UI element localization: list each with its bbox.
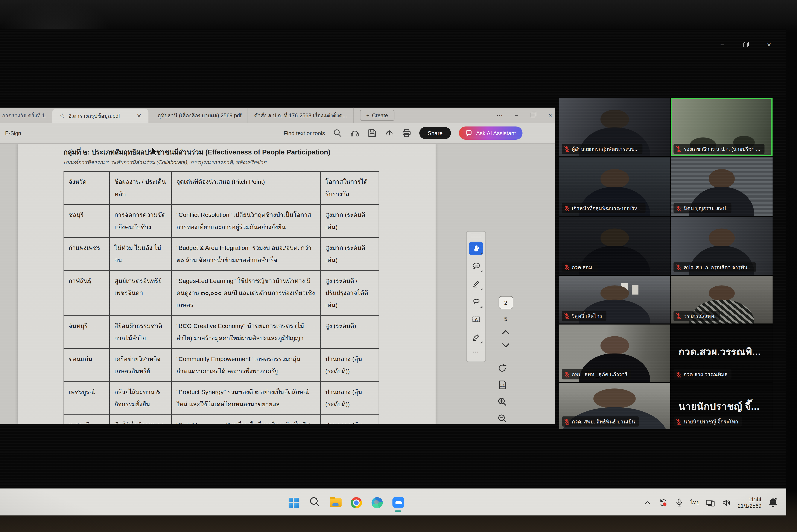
create-button[interactable]: + Create: [360, 110, 395, 121]
hand-pan-tool-button[interactable]: [469, 242, 483, 255]
sync-recording-icon[interactable]: [659, 498, 668, 507]
close-tab-icon[interactable]: ✕: [137, 112, 142, 119]
table-cell: ไม่ท่วม ไม่แล้ง ไม่จน: [109, 238, 171, 270]
mic-muted-icon: [676, 205, 681, 211]
mic-muted-icon: [676, 418, 681, 425]
current-page-input[interactable]: 2: [499, 296, 513, 309]
participant-tile[interactable]: รองเลขาธิการ ส.ป.ก. (นายปรีชา ...: [671, 98, 773, 156]
more-tools-icon[interactable]: ⋯: [472, 348, 479, 356]
microphone-icon[interactable]: [674, 498, 684, 507]
participant-tile[interactable]: กวด. สพป. สิทธิพันธ์ บานเย็น: [559, 383, 670, 429]
mic-muted-icon: [676, 312, 681, 319]
draw-lasso-tool-button[interactable]: [469, 295, 483, 308]
participant-name-label: กวด.สวผ.วรรณพิมล: [673, 369, 731, 379]
window-restore-button[interactable]: [741, 40, 750, 49]
table-cell: เพชรบูรณ์: [64, 382, 109, 415]
taskbar-clock[interactable]: 11:44 21/1/2569: [738, 496, 762, 509]
annotation-toolbar: A ⋯: [466, 231, 486, 362]
highlight-pencil-tool-button[interactable]: [469, 278, 483, 291]
folder-icon: [330, 498, 341, 507]
fit-page-one-to-one-icon[interactable]: 1:1: [497, 380, 507, 390]
participant-name-label: กพม. สพท._สุภัค แก้ววารี: [562, 369, 632, 379]
text-select-tool-button[interactable]: A: [469, 313, 483, 326]
cast-display-icon[interactable]: [706, 498, 716, 507]
more-options-icon[interactable]: ⋯: [496, 112, 503, 119]
document-viewport[interactable]: กลุ่มที่ ๒: ประเภทสัมฤทธิผลประชาชนมีส่วน…: [0, 144, 555, 424]
participant-display-name: นายนักปราชญ์ จี๊...: [678, 399, 760, 414]
edge-button[interactable]: [371, 496, 383, 509]
zoom-out-icon[interactable]: [497, 413, 507, 423]
tab-document-2[interactable]: อุทัยธานี (เลื่องลือขยายผล) 2569.pdf: [151, 108, 248, 123]
table-row: ขอนแก่นเครือข่ายวิสาหกิจเกษตรอินทรีย์"Co…: [64, 348, 379, 382]
file-explorer-button[interactable]: [329, 496, 342, 509]
table-row: กำแพงเพชรไม่ท่วม ไม่แล้ง ไม่จน"Budget & …: [64, 238, 379, 270]
participant-tile[interactable]: นายนักปราชญ์ จี๊... นายนักปราชญ์ จี๊กระโ…: [671, 383, 773, 429]
tray-expand-chevron-icon[interactable]: [643, 498, 652, 507]
star-icon[interactable]: ☆: [59, 112, 65, 119]
search-icon[interactable]: [333, 129, 342, 138]
previous-page-chevron-up-icon[interactable]: [502, 327, 510, 333]
tab-document-0[interactable]: กาดรางวัล ครั้งที่ 1...: [0, 108, 47, 123]
next-page-chevron-down-icon[interactable]: [502, 341, 510, 346]
tab-title: อุทัยธานี (เลื่องลือขยายผล) 2569.pdf: [158, 111, 241, 119]
volume-speaker-icon[interactable]: [722, 498, 731, 507]
tab-document-3[interactable]: คำสั่ง ส.ป.ก. ที่ 176-2568 เรื่องแต่งตั้…: [248, 108, 354, 123]
zoom-in-icon[interactable]: [497, 397, 507, 407]
language-indicator[interactable]: ไทย: [690, 498, 700, 507]
table-cell: สูงมาก (ระดับดีเด่น): [321, 205, 379, 238]
pdf-restore-button[interactable]: [530, 112, 536, 119]
table-row: เพชรบูรณ์กล้วยไส้มะขาม & กิจกรรมยั่งยืน"…: [64, 382, 379, 415]
ai-chat-icon: [466, 130, 473, 137]
zoom-app-button[interactable]: [392, 496, 404, 509]
window-minimize-button[interactable]: −: [718, 40, 727, 49]
edge-icon: [372, 497, 383, 508]
table-cell: ปานกลาง (ลุ้น (ระดับดี): [321, 415, 379, 424]
results-table-body: ชลบุรีการจัดการความขัดแย้งคนกับช้าง"Conf…: [64, 205, 379, 424]
tab-document-1-active[interactable]: ☆ 2.ตารางสรุปข้อมูล.pdf ✕: [52, 109, 149, 123]
find-text-button[interactable]: Find text or tools: [284, 130, 325, 136]
table-cell: กาฬสินธุ์: [64, 270, 109, 316]
upload-share-icon[interactable]: [385, 129, 394, 138]
esign-label[interactable]: E-Sign: [5, 130, 21, 136]
pdf-close-button[interactable]: ×: [548, 112, 552, 119]
search-icon: [309, 496, 320, 509]
table-cell: กำแพงเพชร: [64, 238, 109, 270]
window-close-button[interactable]: ×: [764, 40, 774, 49]
document-criteria: เกณฑ์การพิจารณา: ระดับการมีส่วนร่วม (Col…: [64, 158, 399, 167]
comment-tool-button[interactable]: [469, 260, 483, 273]
notification-bell-icon[interactable]: [768, 497, 778, 508]
plus-icon: +: [366, 112, 369, 118]
participant-name: เจ้าหน้าที่กลุ่มพัฒนาระบบบริห...: [572, 205, 641, 212]
table-cell: การจัดการความขัดแย้งคนกับช้าง: [109, 205, 171, 238]
taskbar-search-button[interactable]: [309, 496, 321, 509]
ask-ai-assistant-button[interactable]: Ask AI Assistant: [459, 126, 523, 140]
total-pages-label: 5: [504, 316, 507, 322]
tab-title: คำสั่ง ส.ป.ก. ที่ 176-2568 เรื่องแต่งตั้…: [254, 111, 347, 119]
participant-tile[interactable]: กวค.สกม.: [559, 217, 670, 275]
table-cell: ชลบุรี: [64, 205, 109, 238]
participant-tile[interactable]: เจ้าหน้าที่กลุ่มพัฒนาระบบบริห...: [559, 157, 670, 216]
save-icon[interactable]: [367, 129, 377, 138]
print-icon[interactable]: [402, 129, 411, 138]
table-cell: "Community Empowerment" เกษตรกรรวมกลุ่มก…: [171, 348, 321, 382]
pdf-minimize-button[interactable]: −: [515, 112, 519, 119]
participant-tile[interactable]: วิสุทธิ์ เลิศไกร: [559, 276, 670, 323]
clock-date: 21/1/2569: [738, 502, 762, 508]
chrome-button[interactable]: [350, 496, 362, 509]
column-header: ชื่อผลงาน / ประเด็นหลัก: [109, 171, 171, 205]
read-aloud-headphones-icon[interactable]: [350, 129, 360, 138]
rotate-refresh-icon[interactable]: [497, 363, 507, 373]
start-button[interactable]: [288, 496, 300, 509]
signature-tool-button[interactable]: [469, 330, 483, 344]
participant-tile[interactable]: วราภรณ์/สพท.: [671, 276, 773, 323]
participant-name: กวด.สวผ.วรรณพิมล: [684, 370, 727, 378]
participant-name: รองเลขาธิการ ส.ป.ก. (นายปรีชา ...: [684, 145, 760, 153]
participant-tile[interactable]: ผู้อำนวยการกลุ่มพัฒนาระบบ...: [559, 98, 670, 156]
participant-tile[interactable]: กวด.สวผ.วรรณพิ... กวด.สวผ.วรรณพิมล: [671, 325, 773, 382]
participant-tile[interactable]: กพม. สพท._สุภัค แก้ววารี: [559, 325, 670, 382]
participant-tile[interactable]: นิคม บุญธรรม สพป.: [671, 157, 773, 216]
os-window-controls: − ×: [718, 40, 774, 49]
toolbar-drag-handle[interactable]: [471, 234, 481, 237]
participant-tile[interactable]: คปร. ส.ป.ก. อรุณธิดา จารุพัน...: [671, 217, 773, 275]
share-button[interactable]: Share: [419, 127, 451, 139]
